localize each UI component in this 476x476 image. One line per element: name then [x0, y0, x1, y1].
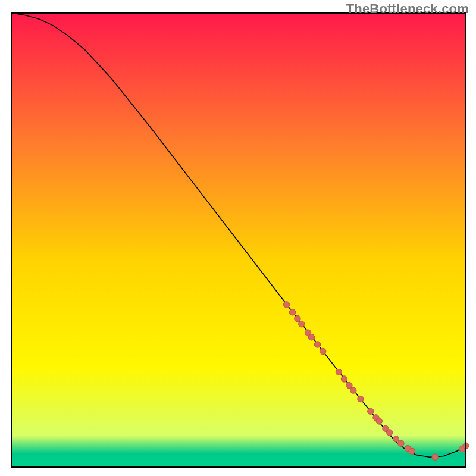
data-marker: [308, 334, 314, 340]
data-marker: [295, 315, 300, 321]
data-marker: [289, 309, 295, 315]
data-marker: [350, 387, 356, 393]
data-marker: [358, 396, 364, 402]
plot-background: [12, 13, 466, 467]
chart-container: { "watermark": "TheBottleneck.com", "col…: [0, 0, 476, 476]
data-marker: [432, 454, 438, 460]
data-marker: [346, 382, 352, 388]
data-marker: [299, 321, 305, 327]
watermark-text: TheBottleneck.com: [346, 1, 469, 17]
data-marker: [336, 369, 342, 375]
data-marker: [320, 348, 325, 354]
data-marker: [409, 448, 415, 454]
data-marker: [283, 302, 289, 308]
data-marker: [376, 418, 382, 424]
data-marker: [368, 408, 374, 414]
data-marker: [393, 436, 399, 441]
data-marker: [314, 342, 320, 347]
data-marker: [341, 376, 347, 382]
chart-svg: [0, 0, 476, 476]
data-marker: [398, 440, 404, 446]
data-marker: [387, 430, 393, 436]
